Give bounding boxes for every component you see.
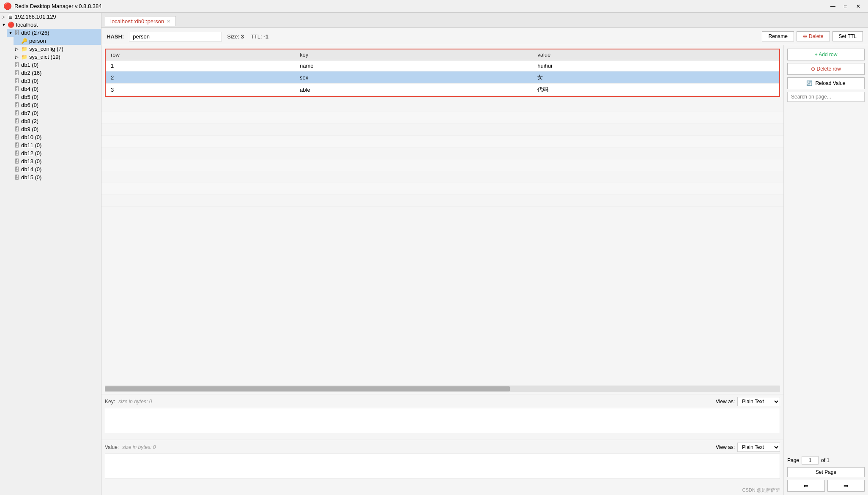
page-input[interactable] [802,456,819,465]
col-value: value [532,49,779,60]
db12-row[interactable]: 🗄db12 (0) [7,149,101,157]
db2-row[interactable]: 🗄db2 (16) [7,69,101,77]
hash-type-label: HASH: [107,33,124,40]
server-1-row[interactable]: ▷ 🖥 192.168.101.129 [0,13,101,21]
search-input[interactable] [787,92,865,102]
right-panel: localhost::db0::person ✕ HASH: Size: 3 T… [101,13,868,495]
server-2-icon: 🔴 [8,22,14,28]
server-2-chevron: ▼ [2,22,7,27]
tab-person[interactable]: localhost::db0::person ✕ [105,16,176,26]
db3-icon: 🗄 [14,78,19,84]
key-view-as-label: View as: [716,399,735,405]
empty-row [101,124,783,136]
db0-chevron: ▼ [8,30,14,35]
action-sidebar: + Add row ⊖ Delete row 🔄 Reload Value Pa… [783,45,868,495]
tab-bar: localhost::db0::person ✕ [101,13,868,28]
reload-value-button[interactable]: 🔄 Reload Value [787,77,865,89]
minimize-button[interactable]: — [827,0,839,13]
db1-icon: 🗄 [14,62,19,68]
key-name-input[interactable] [129,32,222,41]
horizontal-scrollbar[interactable] [105,386,780,392]
empty-row [101,159,783,171]
db2-label: db2 (16) [21,70,41,76]
db3-row[interactable]: 🗄db3 (0) [7,77,101,85]
person-label: person [29,38,46,44]
maximize-button[interactable]: □ [839,0,852,13]
key-value-textarea[interactable] [105,408,780,433]
add-row-button[interactable]: + Add row [787,49,865,60]
db13-row[interactable]: 🗄db13 (0) [7,157,101,165]
key-view-as-select[interactable]: Plain Text JSON HEX Binary [737,397,780,406]
server-2-row[interactable]: ▼ 🔴 localhost [0,21,101,29]
empty-row [101,136,783,148]
cell-key: able [295,84,532,96]
db1-row[interactable]: 🗄db1 (0) [7,61,101,69]
server-node-1: ▷ 🖥 192.168.101.129 [0,13,101,21]
db5-row[interactable]: 🗄db5 (0) [7,93,101,101]
db15-icon: 🗄 [14,175,19,180]
db8-row[interactable]: 🗄db8 (2) [7,117,101,125]
db5-icon: 🗄 [14,94,19,100]
prev-page-button[interactable]: ⇐ [787,480,825,492]
empty-row [101,195,783,207]
scrollbar-thumb[interactable] [105,386,510,391]
db9-row[interactable]: 🗄db9 (0) [7,125,101,133]
db4-row[interactable]: 🗄db4 (0) [7,85,101,93]
table-row[interactable]: 2sex女 [106,71,779,84]
db6-row[interactable]: 🗄db6 (0) [7,101,101,109]
close-button[interactable]: ✕ [852,0,865,13]
data-table: row key value 1namehuihui2sex女3able代码 [106,49,779,96]
sys-config-row[interactable]: ▷ 📁 sys_config (7) [14,45,101,53]
page-label: Page [787,457,799,463]
delete-button[interactable]: ⊖ Delete [797,31,830,41]
titlebar-left: 🔴 Redis Desktop Manager v.0.8.8.384 [3,2,101,10]
value-row-header: Value: size in bytes: 0 View as: Plain T… [105,443,780,452]
value-value-textarea[interactable] [105,454,780,479]
next-page-button[interactable]: ⇒ [827,480,865,492]
db10-row[interactable]: 🗄db10 (0) [7,133,101,141]
empty-row [101,148,783,159]
person-key-row[interactable]: 🔑 person [14,37,101,45]
sys-dict-row[interactable]: ▷ 📁 sys_dict (19) [14,53,101,61]
sidebar: ▷ 🖥 192.168.101.129 ▼ 🔴 localhost [0,13,101,495]
server-1-label: 192.168.101.129 [15,14,56,20]
db3-label: db3 (0) [21,78,38,84]
cell-value: huihui [532,60,779,71]
cell-row: 2 [106,71,295,84]
empty-row [101,171,783,183]
table-row[interactable]: 1namehuihui [106,60,779,71]
db5-label: db5 (0) [21,94,38,100]
tab-label: localhost::db0::person [110,18,164,25]
db11-row[interactable]: 🗄db11 (0) [7,141,101,149]
db0-row[interactable]: ▼ 🗄 db0 (27/26) [7,29,101,37]
db14-row[interactable]: 🗄db14 (0) [7,165,101,173]
server-2-children: ▼ 🗄 db0 (27/26) 🔑 person [0,29,101,181]
db4-icon: 🗄 [14,86,19,92]
db0-label: db0 (27/26) [21,30,49,36]
delete-icon: ⊖ [803,33,807,39]
data-table-wrapper: row key value 1namehuihui2sex女3able代码 [105,49,780,97]
db4-label: db4 (0) [21,86,38,92]
value-view-as-select[interactable]: Plain Text JSON HEX Binary [737,443,780,452]
set-ttl-button[interactable]: Set TTL [832,31,863,41]
db10-icon: 🗄 [14,134,19,140]
tab-close-button[interactable]: ✕ [167,19,170,24]
db7-row[interactable]: 🗄db7 (0) [7,109,101,117]
delete-row-button[interactable]: ⊖ Delete row [787,63,865,75]
rename-button[interactable]: Rename [762,31,794,41]
db2-icon: 🗄 [14,70,19,76]
db15-row[interactable]: 🗄db15 (0) [7,173,101,181]
sys-config-label: sys_config (7) [29,46,63,52]
db13-icon: 🗄 [14,159,19,164]
db12-icon: 🗄 [14,150,19,156]
empty-row [101,112,783,124]
db8-icon: 🗄 [14,118,19,124]
key-view-as: View as: Plain Text JSON HEX Binary [716,397,780,406]
server-1-icon: 🖥 [8,14,13,20]
value-section: Value: size in bytes: 0 View as: Plain T… [101,440,783,485]
sys-config-chevron: ▷ [15,46,20,51]
db14-label: db14 (0) [21,166,41,172]
set-page-button[interactable]: Set Page [787,467,865,477]
table-row[interactable]: 3able代码 [106,84,779,96]
server-node-2: ▼ 🔴 localhost ▼ 🗄 db0 (27/26) [0,21,101,181]
